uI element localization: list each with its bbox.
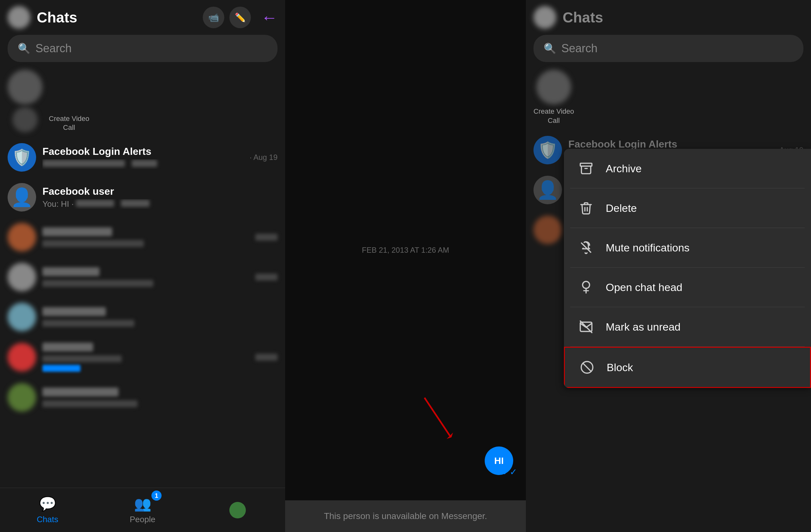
left-search-bar[interactable]: 🔍 Search	[7, 35, 277, 62]
right-title: Chats	[563, 9, 603, 26]
video-icon-btn[interactable]: 📹	[203, 7, 224, 28]
blurred-meta-2	[255, 273, 277, 281]
preview-blur-3	[76, 200, 114, 207]
svg-point-3	[583, 282, 590, 288]
blurred-info-3	[43, 307, 271, 327]
chat-item-fb-alerts[interactable]: 🛡️ Facebook Login Alerts · Aug 19	[0, 138, 285, 177]
mute-label: Mute notifications	[606, 241, 690, 254]
blurred-name-1	[43, 228, 112, 236]
delete-icon	[577, 199, 596, 218]
blurred-preview-4b	[43, 365, 80, 372]
open-chat-head-label: Open chat head	[606, 281, 683, 294]
chat-item-blurred-5[interactable]	[0, 377, 285, 417]
right-story-row: Create VideoCall	[526, 67, 811, 130]
edit-icon-btn[interactable]: ✏️	[229, 7, 251, 28]
fb-alerts-preview	[43, 159, 243, 169]
right-fb-user-avatar: 👤	[534, 176, 562, 204]
context-menu: Archive Delete	[564, 149, 811, 388]
chat-item-blurred-4[interactable]	[0, 337, 285, 377]
chat-item-blurred-2[interactable]	[0, 257, 285, 297]
fb-user-preview: You: HI ·	[43, 199, 271, 209]
chat-head-icon	[577, 278, 596, 297]
blurred-avatar-1	[7, 223, 36, 251]
fb-alerts-name: Facebook Login Alerts	[43, 146, 243, 157]
mark-unread-icon	[577, 317, 596, 336]
right-panel: Chats 🔍 Search Create VideoCall 🛡️ Faceb…	[526, 0, 811, 532]
archive-label: Archive	[606, 162, 642, 175]
blurred-story-1	[7, 70, 43, 105]
search-placeholder: Search	[35, 42, 72, 55]
blurred-name-4	[43, 343, 93, 351]
fb-alerts-time: · Aug 19	[250, 153, 277, 162]
preview-blur-1	[43, 160, 125, 167]
blurred-name-3	[43, 307, 106, 316]
create-video-call[interactable]	[7, 70, 43, 132]
people-nav-label: People	[130, 515, 155, 525]
blurred-preview-1	[43, 240, 144, 247]
chat-item-fb-user[interactable]: 👤 Facebook user You: HI ·	[0, 177, 285, 217]
blurred-meta-1	[255, 234, 277, 241]
video-icon: 📹	[208, 12, 219, 23]
right-blurred-avatar	[534, 216, 562, 244]
left-panel: Chats 📹 ✏️ ← 🔍 Search Create VideoCall	[0, 0, 285, 532]
right-story-avatar-1	[536, 70, 571, 105]
svg-line-0	[425, 398, 450, 436]
edit-icon: ✏️	[235, 12, 246, 23]
right-story-label: Create VideoCall	[534, 107, 574, 125]
blurred-preview-3	[43, 320, 134, 327]
left-title: Chats	[37, 9, 77, 26]
menu-item-open-chat-head[interactable]: Open chat head	[564, 268, 811, 307]
people-nav-icon: 👥	[134, 496, 151, 512]
profile-nav-avatar	[229, 502, 246, 518]
blurred-info-1	[43, 228, 249, 247]
blurred-preview-2	[43, 280, 153, 287]
back-arrow[interactable]: ←	[261, 8, 277, 27]
blurred-time-4	[255, 354, 277, 361]
blurred-time-1	[255, 234, 277, 241]
blurred-info-4	[43, 343, 249, 372]
create-video-call-label: Create VideoCall	[49, 114, 89, 132]
fb-user-info: Facebook user You: HI ·	[43, 186, 271, 209]
bottom-nav: 💬 Chats 👥 1 People	[0, 488, 285, 532]
blurred-avatar-4	[7, 343, 36, 372]
right-search-bar[interactable]: 🔍 Search	[534, 35, 804, 62]
unavailable-bar: This person is unavailable on Messenger.	[285, 500, 526, 532]
blurred-avatar-2	[7, 263, 36, 291]
chats-nav-icon: 💬	[39, 496, 56, 512]
right-search-placeholder: Search	[561, 42, 597, 55]
header-icons: 📹 ✏️	[203, 7, 251, 28]
right-header: Chats	[526, 0, 811, 35]
menu-item-archive[interactable]: Archive	[564, 149, 811, 188]
blurred-story-2	[12, 107, 38, 132]
archive-icon	[577, 159, 596, 178]
message-checkmark: ✓✓	[502, 467, 517, 477]
blurred-meta-4	[255, 354, 277, 361]
unavailable-text: This person is unavailable on Messenger.	[324, 511, 487, 521]
menu-item-mark-unread[interactable]: Mark as unread	[564, 307, 811, 346]
fb-alerts-info: Facebook Login Alerts	[43, 146, 243, 169]
mark-unread-label: Mark as unread	[606, 321, 680, 333]
menu-item-block[interactable]: Block	[564, 347, 811, 388]
chats-nav-label: Chats	[37, 515, 58, 525]
blurred-avatar-3	[7, 303, 36, 331]
block-label: Block	[607, 361, 633, 374]
svg-line-6	[583, 363, 591, 372]
menu-item-delete[interactable]: Delete	[564, 188, 811, 228]
nav-item-chats[interactable]: 💬 Chats	[0, 488, 95, 532]
fb-user-name: Facebook user	[43, 186, 271, 197]
fb-user-preview-text: You: HI ·	[43, 199, 76, 209]
right-create-video-call[interactable]: Create VideoCall	[534, 70, 574, 125]
right-user-avatar	[534, 6, 556, 29]
nav-item-profile[interactable]	[190, 488, 285, 532]
user-avatar	[7, 6, 30, 29]
chat-item-blurred-1[interactable]	[0, 217, 285, 257]
preview-blur-4	[121, 200, 150, 207]
center-panel: FEB 21, 2013 AT 1:26 AM HI ✓✓ This perso…	[285, 0, 526, 532]
chat-item-blurred-3[interactable]	[0, 297, 285, 337]
nav-item-people[interactable]: 👥 1 People	[95, 488, 190, 532]
svg-rect-2	[580, 163, 592, 166]
left-header: Chats 📹 ✏️ ←	[0, 0, 285, 35]
menu-item-mute[interactable]: Mute notifications	[564, 228, 811, 267]
blurred-preview-4a	[43, 355, 122, 362]
blurred-name-5	[43, 388, 119, 396]
